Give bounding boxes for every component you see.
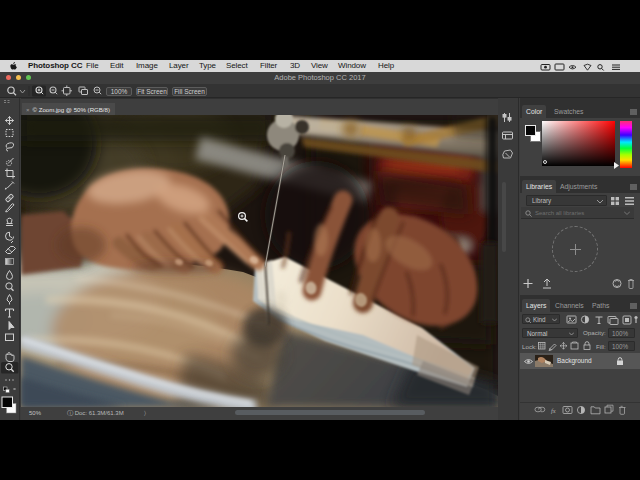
svg-text:fx: fx	[551, 407, 556, 414]
